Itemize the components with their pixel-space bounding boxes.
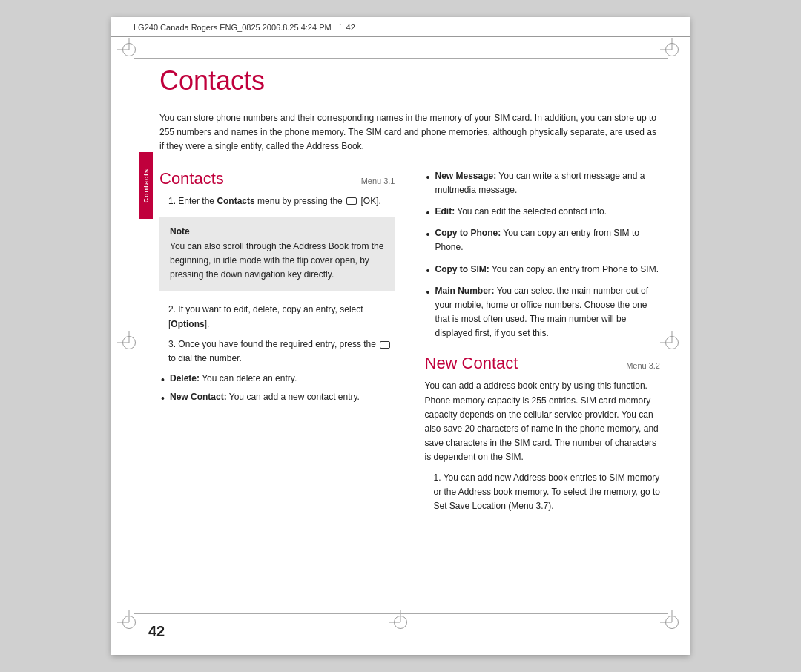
two-column-layout: Contacts Menu 3.1 1. Enter the Contacts … [159,169,660,520]
note-text: You can also scroll through the Address … [170,240,385,283]
new-contact-section-title: New Contact [425,354,518,373]
new-message-label: New Message: [435,171,497,181]
left-column: Contacts Menu 3.1 1. Enter the Contacts … [159,169,403,520]
contacts-section-heading: Contacts Menu 3.1 [159,169,395,188]
new-contact-intro: You can add a address book entry by usin… [425,379,661,464]
main-content: Contacts Contacts You can store phone nu… [111,37,690,534]
note-label: Note [170,226,385,237]
new-contact-label: New Contact: [170,392,227,402]
step2-text: 2. If you want to edit, delete, copy an … [159,303,395,331]
copy-sim-label: Copy to SIM: [435,264,490,274]
sidebar-tab: Contacts [139,152,153,219]
step3-text: 3. Once you have found the required entr… [159,337,395,366]
reg-mark-bot-center [394,616,407,629]
bullet-delete: Delete: You can delete an entry. [159,372,395,386]
new-contact-menu-ref: Menu 3.2 [626,361,660,370]
bullet-copy-sim-right: Copy to SIM: You can copy an entry from … [425,263,661,277]
delete-label: Delete: [170,373,200,383]
delete-text: You can delete an entry. [202,373,297,383]
step1-text: 1. Enter the Contacts menu by pressing t… [159,194,395,208]
phone-icon-inline [346,197,357,205]
new-contact-section-heading: New Contact Menu 3.2 [425,354,661,373]
new-contact-step1: 1. You can add new Address book entries … [425,471,661,514]
sidebar-tab-label: Contacts [142,168,150,203]
header-bar: LG240 Canada Rogers ENG_0825 2006.8.25 4… [111,17,690,37]
new-contact-text: You can add a new contact entry. [229,392,360,402]
bullet-new-contact: New Contact: You can add a new contact e… [159,390,395,404]
header-suffix: ` 42 [334,23,355,32]
note-box: Note You can also scroll through the Add… [159,217,395,291]
reg-mark-bot-left [122,616,136,629]
copy-phone-label: Copy to Phone: [435,228,501,238]
copy-sim-text: You can copy an entry from Phone to SIM. [492,264,659,274]
bullet-edit-right: Edit: You can edit the selected contact … [425,205,661,219]
phone-icon-step3 [380,341,390,349]
reg-mark-bot-right [665,616,679,629]
contacts-menu-ref: Menu 3.1 [361,177,395,185]
main-title: Contacts [159,65,660,96]
contacts-bold: Contacts [217,196,254,206]
header-text: LG240 Canada Rogers ENG_0825 2006.8.25 4… [134,23,332,32]
page: LG240 Canada Rogers ENG_0825 2006.8.25 4… [111,17,690,655]
edit-label: Edit: [435,206,455,217]
options-bold: Options [171,319,204,329]
contacts-section-title: Contacts [159,169,224,188]
bullet-copy-phone-right: Copy to Phone: You can copy an entry fro… [425,226,661,254]
intro-paragraph: You can store phone numbers and their co… [159,111,660,154]
rule-bottom [134,613,668,614]
edit-text: You can edit the selected contact info. [457,206,607,217]
main-number-label: Main Number: [435,286,495,296]
page-number: 42 [148,623,165,640]
bullet-new-message-right: New Message: You can write a short messa… [425,169,661,197]
bullet-main-number-right: Main Number: You can select the main num… [425,284,661,341]
right-column: New Message: You can write a short messa… [425,169,661,520]
